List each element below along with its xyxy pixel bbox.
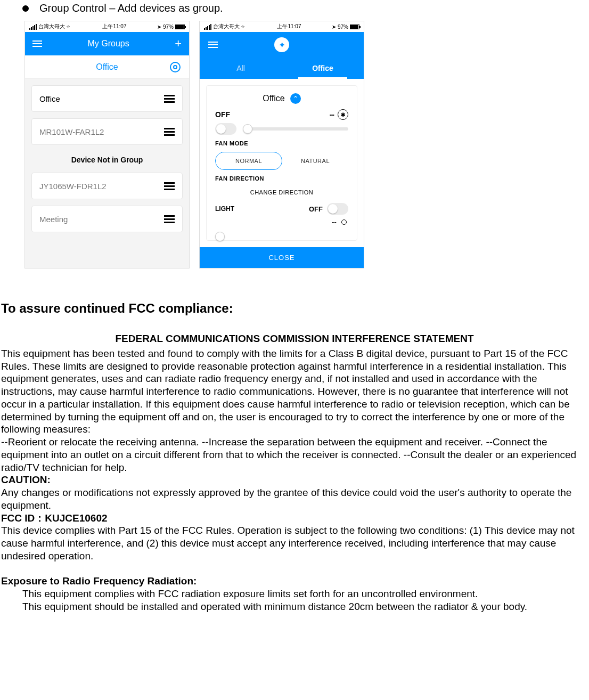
- light-section-label: LIGHT: [215, 205, 234, 213]
- device-name: MR101W-FAR1L2: [39, 127, 104, 136]
- menu-icon[interactable]: [208, 42, 218, 48]
- fcc-id-label: FCC ID：KUJCE10602: [1, 512, 108, 524]
- drag-handle-icon[interactable]: [164, 95, 175, 103]
- status-bar: 台湾大哥大 ᯤ 上午11:07 ➤ 97%: [25, 21, 189, 32]
- bullet-icon: [22, 5, 29, 12]
- caution-text: Any changes or modifications not express…: [1, 486, 588, 512]
- fan-mode-natural[interactable]: NATURAL: [282, 152, 348, 170]
- menu-icon[interactable]: [32, 40, 42, 47]
- device-card[interactable]: MR101W-FAR1L2: [31, 118, 183, 145]
- device-card[interactable]: Meeting: [31, 206, 183, 232]
- bullet-text: Group Control – Add devices as group.: [39, 2, 223, 14]
- brightness-icon: [340, 218, 348, 226]
- battery-label: 97%: [338, 24, 348, 30]
- fan-speed-slider[interactable]: [243, 127, 348, 131]
- fan-mode-segment: NORMAL NATURAL: [215, 152, 348, 170]
- active-group-row[interactable]: Office: [25, 55, 189, 79]
- panel-title-row: Office ⌃: [215, 93, 348, 104]
- document-body: To assure continued FCC compliance: FEDE…: [0, 300, 589, 613]
- group-tabs: All Office: [200, 58, 364, 79]
- close-button[interactable]: CLOSE: [200, 247, 364, 268]
- carrier-label: 台湾大哥大: [38, 23, 65, 30]
- tab-all[interactable]: All: [200, 58, 282, 79]
- rf-exposure-label: Exposure to Radio Frequency Radiation:: [1, 575, 197, 587]
- fan-speed-value: --: [330, 110, 334, 119]
- app-header: My Groups +: [25, 32, 189, 55]
- location-icon: ➤: [157, 24, 161, 30]
- gear-icon[interactable]: [170, 62, 181, 72]
- phone-left: 台湾大哥大 ᯤ 上午11:07 ➤ 97% My Groups + Office: [24, 21, 190, 268]
- rf-line-2: This equipment should be installed and o…: [1, 600, 588, 613]
- app-header: ✦: [200, 32, 364, 58]
- drag-handle-icon[interactable]: [164, 128, 175, 136]
- light-power-toggle[interactable]: [327, 203, 348, 215]
- brightness-value: --: [332, 218, 337, 226]
- status-bar: 台湾大哥大 ᯤ 上午11:07 ➤ 97%: [200, 21, 364, 32]
- bullet-heading: Group Control – Add devices as group.: [0, 2, 589, 14]
- section-label: Device Not in Group: [31, 151, 183, 166]
- device-name: Meeting: [39, 215, 68, 224]
- time-label: 上午11:07: [102, 23, 126, 30]
- fan-mode-label: FAN MODE: [215, 140, 348, 146]
- drag-handle-icon[interactable]: [164, 182, 175, 190]
- device-card[interactable]: JY1065W-FDR1L2: [31, 173, 183, 199]
- battery-icon: [175, 25, 185, 29]
- fan-state-label: OFF: [215, 110, 230, 119]
- active-group-label: Office: [96, 62, 118, 72]
- fed-statement-title: FEDERAL COMMUNICATIONS COMMISSION INTERF…: [1, 332, 588, 345]
- fan-power-toggle[interactable]: [215, 123, 236, 135]
- fcc-paragraph-3: This device complies with Part 15 of the…: [1, 524, 588, 562]
- wifi-icon: ᯤ: [67, 24, 72, 30]
- fan-mode-normal[interactable]: NORMAL: [215, 152, 282, 170]
- wifi-icon: ᯤ: [241, 24, 247, 30]
- fan-icon: ✱: [338, 109, 348, 120]
- carrier-label: 台湾大哥大: [213, 23, 240, 30]
- fcc-paragraph-2: --Reorient or relocate the receiving ant…: [1, 436, 588, 474]
- time-label: 上午11:07: [277, 23, 301, 30]
- chevron-up-icon[interactable]: ⌃: [290, 93, 301, 104]
- app-logo-icon: ✦: [274, 37, 289, 52]
- header-title: My Groups: [87, 39, 129, 48]
- change-direction-button[interactable]: CHANGE DIRECTION: [215, 187, 348, 198]
- battery-icon: [350, 25, 359, 29]
- drag-handle-icon[interactable]: [164, 215, 175, 223]
- fcc-paragraph-1: This equipment has been tested and found…: [1, 347, 588, 436]
- device-card[interactable]: Office: [31, 85, 183, 112]
- battery-label: 97%: [163, 24, 174, 30]
- add-icon[interactable]: +: [175, 37, 182, 51]
- control-panel: Office ⌃ OFF -- ✱ FAN MODE NORMAL: [206, 85, 357, 241]
- fan-direction-label: FAN DIRECTION: [215, 175, 348, 182]
- signal-icon: [29, 24, 37, 30]
- fcc-heading: To assure continued FCC compliance:: [1, 300, 588, 316]
- phone-right: 台湾大哥大 ᯤ 上午11:07 ➤ 97% ✦ All Office: [199, 21, 364, 268]
- signal-icon: [204, 24, 211, 30]
- tab-office[interactable]: Office: [282, 58, 364, 79]
- light-state-label: OFF: [309, 205, 323, 213]
- panel-title: Office: [263, 94, 285, 103]
- device-name: JY1065W-FDR1L2: [39, 182, 107, 191]
- location-icon: ➤: [332, 24, 336, 30]
- device-name: Office: [39, 94, 60, 103]
- rf-line-1: This equipment complies with FCC radiati…: [1, 588, 588, 600]
- caution-label: CAUTION:: [1, 474, 51, 485]
